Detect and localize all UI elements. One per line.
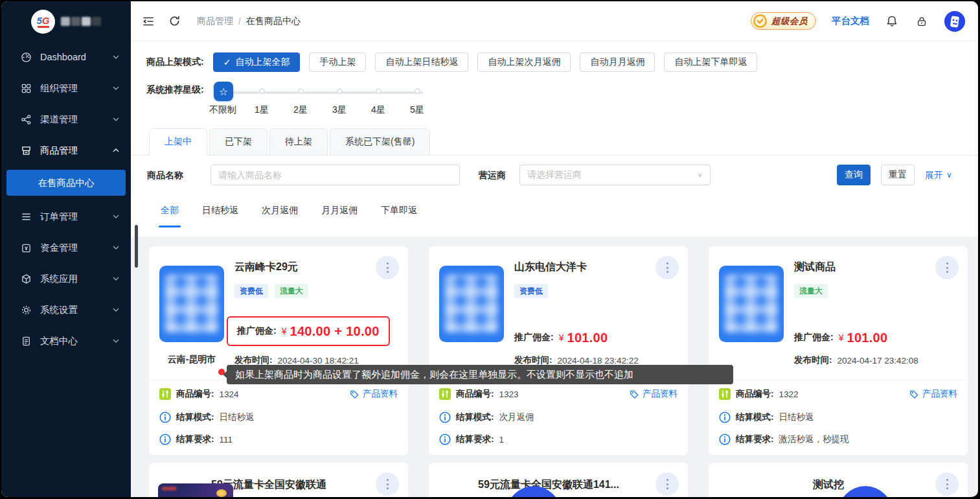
product-title: 云南峰卡29元 (234, 261, 298, 274)
search-row: 商品名称 营运商 请选择营运商 ∨ 查询 重置 展开 ∨ (131, 165, 978, 185)
vip-badge-label: 超级会员 (771, 16, 808, 27)
tag-icon (909, 389, 919, 399)
mode-button-auto-instant[interactable]: 自动上架下单即返 (664, 52, 757, 72)
settle-mode-label: 结算模式: (736, 412, 774, 423)
settle-req-row: 结算要求: 111 (159, 433, 398, 446)
mode-button-auto-monthly[interactable]: 自动月月返佣 (580, 52, 655, 72)
kebab-menu-icon[interactable] (655, 472, 679, 496)
chevron-down-icon (113, 277, 119, 281)
material-link[interactable]: 产品资料 (630, 388, 678, 400)
query-button[interactable]: 查询 (837, 165, 871, 185)
sidebar-item-apps[interactable]: 系统应用 (1, 263, 131, 294)
star-option-1[interactable]: 1星 (255, 104, 269, 116)
star-option-unlimited[interactable]: 不限制 (209, 104, 236, 116)
mode-button-auto-daily[interactable]: 自动上架日结秒返 (375, 52, 468, 72)
product-image[interactable] (158, 483, 233, 497)
settle-mode-value: 日结秒返 (220, 412, 255, 423)
sidebar-item-docs[interactable]: 文档中心 (1, 325, 131, 356)
tab-onsale[interactable]: 上架中 (149, 128, 207, 155)
sidebar-subitem-onsale-center[interactable]: 在售商品中心 (6, 170, 126, 196)
slider-stop-2[interactable] (298, 88, 304, 94)
kebab-menu-icon[interactable] (376, 472, 399, 496)
lock-icon[interactable] (915, 14, 929, 29)
star-option-5[interactable]: 5星 (410, 104, 424, 116)
product-image[interactable] (719, 266, 784, 342)
type-tab-all[interactable]: 全部 (161, 205, 179, 216)
sidebar: 5G Dashboard 组织管理 渠道管理 商品管理 在售商 (1, 1, 131, 497)
sidebar-item-channel[interactable]: 渠道管理 (1, 104, 131, 135)
type-tab-monthly[interactable]: 月月返佣 (321, 205, 358, 216)
product-title: 山东电信大洋卡 (514, 261, 587, 274)
type-tab-instant[interactable]: 下单即返 (381, 205, 417, 216)
kebab-menu-icon[interactable] (935, 256, 959, 279)
tab-offsale[interactable]: 已下架 (209, 128, 268, 155)
product-image[interactable] (439, 266, 504, 342)
chevron-down-icon (113, 308, 119, 312)
product-card-shandong: 山东电信大洋卡 资费低 推广佣金: ¥ 101.00 发布时间: 2024-04… (429, 246, 688, 455)
product-name-input[interactable] (211, 165, 460, 185)
settle-mode-row: 结算模式: 次月返佣 (439, 411, 678, 424)
expand-link[interactable]: 展开 ∨ (925, 165, 952, 185)
sidebar-item-orders[interactable]: 订单管理 (1, 201, 131, 232)
star-option-2[interactable]: 2星 (293, 104, 308, 116)
commission-amount: 101.00 (847, 331, 887, 345)
product-location: 云南-昆明市 (149, 354, 234, 366)
tab-pending[interactable]: 待上架 (269, 128, 328, 155)
commission-highlight-box: 推广佣金: ¥ 140.00 + 10.00 (227, 316, 390, 346)
slider-stop-1[interactable] (259, 88, 265, 94)
avatar[interactable] (944, 11, 965, 32)
slider-handle[interactable]: ☆ (214, 82, 233, 101)
product-card-yunnan: 云南峰卡29元 资费低 流量大 推广佣金: ¥ 140.00 + 10.00 云… (149, 246, 408, 455)
slider-stop-5[interactable] (415, 88, 420, 94)
sidebar-item-funds[interactable]: 资金管理 (1, 232, 131, 263)
tab-system-offsale[interactable]: 系统已下架(售罄) (330, 128, 430, 155)
bell-icon[interactable] (885, 14, 899, 29)
mode-button-auto-all[interactable]: ✓ 自动上架全部 (213, 52, 301, 72)
main-scrollbar-thumb[interactable] (135, 225, 138, 268)
sidebar-item-org[interactable]: 组织管理 (1, 73, 131, 104)
slider-stop-3[interactable] (337, 88, 343, 94)
operator-select[interactable]: 请选择营运商 ∨ (519, 165, 711, 185)
mode-button-manual[interactable]: 手动上架 (309, 52, 366, 72)
material-link[interactable]: 产品资料 (350, 388, 398, 400)
product-name-label: 商品名称 (147, 165, 183, 185)
type-tab-nextmonth[interactable]: 次月返佣 (262, 205, 298, 216)
chevron-down-icon: ∨ (946, 165, 952, 185)
vip-badge[interactable]: 超级会员 (751, 12, 816, 30)
mode-button-auto-nextmonth[interactable]: 自动上架次月返佣 (477, 52, 571, 72)
sidebar-item-dashboard[interactable]: Dashboard (1, 41, 131, 73)
platform-docs-link[interactable]: 平台文档 (832, 15, 869, 27)
share-nodes-icon (21, 114, 32, 125)
product-tags: 流量大 (794, 284, 828, 298)
sidebar-item-product[interactable]: 商品管理 (1, 135, 131, 166)
star-icon: ☆ (219, 86, 228, 98)
sidebar-item-settings[interactable]: 系统设置 (1, 294, 131, 325)
card-divider (709, 380, 968, 380)
sku-row: 商品编号: 1324 产品资料 (159, 388, 398, 400)
star-option-4[interactable]: 4星 (371, 104, 385, 116)
menu-fold-icon[interactable] (141, 14, 155, 29)
kebab-menu-icon[interactable] (376, 256, 399, 279)
product-title: 测试挖 (735, 478, 922, 492)
slider-stop-4[interactable] (376, 88, 382, 94)
settle-type-tabs: 全部 日结秒返 次月返佣 月月返佣 下单即返 (161, 205, 417, 216)
product-card-row: 云南峰卡29元 资费低 流量大 推广佣金: ¥ 140.00 + 10.00 云… (149, 246, 968, 455)
sliders-icon (719, 388, 731, 400)
commission-label: 推广佣金: (237, 325, 277, 337)
settle-req-label: 结算要求: (176, 434, 214, 445)
sidebar-item-label: Dashboard (40, 52, 113, 62)
star-option-3[interactable]: 3星 (332, 104, 347, 116)
refresh-icon[interactable] (167, 14, 181, 29)
product-image[interactable] (159, 266, 224, 342)
info-icon (439, 412, 451, 423)
slider-track[interactable] (223, 91, 423, 94)
material-link[interactable]: 产品资料 (909, 388, 957, 400)
type-tab-daily[interactable]: 日结秒返 (202, 205, 238, 216)
product-card-test-dig: 测试挖 (709, 463, 968, 497)
sku-label: 商品编号: (456, 388, 494, 400)
breadcrumb-product-mgmt[interactable]: 商品管理 (197, 16, 233, 27)
kebab-menu-icon[interactable] (935, 472, 959, 496)
kebab-menu-icon[interactable] (655, 256, 679, 279)
reset-button[interactable]: 重置 (881, 165, 915, 185)
product-card-test: 测试商品 流量大 推广佣金: ¥ 101.00 发布时间: 2024-04-17… (709, 246, 968, 455)
